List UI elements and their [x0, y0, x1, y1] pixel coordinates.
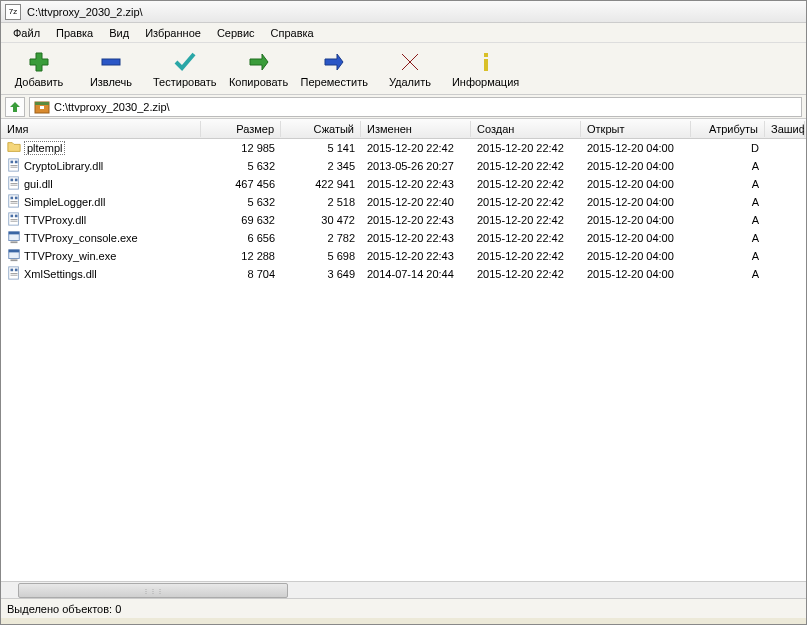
file-created: 2015-12-20 22:42 — [471, 267, 581, 281]
svg-rect-9 — [11, 165, 18, 166]
add-label: Добавить — [15, 76, 64, 88]
file-attr: A — [691, 213, 765, 227]
file-size: 5 632 — [201, 195, 281, 209]
file-row[interactable]: pltempl12 9855 1412015-12-20 22:422015-1… — [1, 139, 806, 157]
extract-button[interactable]: Извлечь — [81, 46, 141, 92]
menu-service[interactable]: Сервис — [209, 25, 263, 41]
delete-button[interactable]: Удалить — [380, 46, 440, 92]
scrollbar-thumb[interactable]: ⋮⋮⋮ — [18, 583, 288, 598]
file-packed: 5 141 — [281, 141, 361, 155]
svg-rect-7 — [11, 161, 14, 164]
dll-icon — [7, 266, 21, 282]
file-row[interactable]: TTVProxy_win.exe12 2885 6982015-12-20 22… — [1, 247, 806, 265]
file-packed: 2 782 — [281, 231, 361, 245]
file-row[interactable]: XmlSettings.dll8 7043 6492014-07-14 20:4… — [1, 265, 806, 283]
svg-rect-18 — [15, 197, 18, 200]
file-packed: 30 472 — [281, 213, 361, 227]
app-icon: 7z — [5, 4, 21, 20]
col-created[interactable]: Создан — [471, 121, 581, 137]
toolbar: Добавить Извлечь Тестировать Копировать … — [1, 43, 806, 95]
file-attr: A — [691, 159, 765, 173]
file-attr: A — [691, 177, 765, 191]
file-packed: 3 649 — [281, 267, 361, 281]
col-attributes[interactable]: Атрибуты — [691, 121, 765, 137]
col-size[interactable]: Размер — [201, 121, 281, 137]
file-modified: 2015-12-20 22:43 — [361, 213, 471, 227]
svg-rect-20 — [11, 203, 18, 204]
col-packed[interactable]: Сжатый — [281, 121, 361, 137]
info-icon — [474, 50, 498, 74]
menu-help[interactable]: Справка — [263, 25, 322, 41]
col-encrypted[interactable]: Зашиф — [765, 121, 805, 137]
menu-favorites[interactable]: Избранное — [137, 25, 209, 41]
file-name: XmlSettings.dll — [24, 268, 97, 280]
file-attr: D — [691, 141, 765, 155]
menu-edit[interactable]: Правка — [48, 25, 101, 41]
file-name-cell: XmlSettings.dll — [1, 265, 201, 283]
file-name-cell: gui.dll — [1, 175, 201, 193]
addressbar: C:\ttvproxy_2030_2.zip\ — [1, 95, 806, 119]
col-modified[interactable]: Изменен — [361, 121, 471, 137]
file-attr: A — [691, 195, 765, 209]
move-button[interactable]: Переместить — [301, 46, 368, 92]
check-icon — [173, 50, 197, 74]
file-opened: 2015-12-20 04:00 — [581, 159, 691, 173]
test-button[interactable]: Тестировать — [153, 46, 217, 92]
dll-icon — [7, 176, 21, 192]
copy-button[interactable]: Копировать — [229, 46, 289, 92]
titlebar: 7z C:\ttvproxy_2030_2.zip\ — [1, 1, 806, 23]
file-opened: 2015-12-20 04:00 — [581, 141, 691, 155]
test-label: Тестировать — [153, 76, 217, 88]
copy-arrow-icon — [247, 50, 271, 74]
exe-icon — [7, 230, 21, 246]
file-name-cell: TTVProxy.dll — [1, 211, 201, 229]
svg-rect-24 — [11, 219, 18, 220]
extract-label: Извлечь — [90, 76, 132, 88]
svg-rect-34 — [15, 269, 18, 272]
col-name[interactable]: Имя — [1, 121, 201, 137]
move-arrow-icon — [322, 50, 346, 74]
file-size: 467 456 — [201, 177, 281, 191]
svg-rect-10 — [11, 167, 18, 168]
file-attr: A — [691, 249, 765, 263]
address-path: C:\ttvproxy_2030_2.zip\ — [54, 101, 170, 113]
file-modified: 2015-12-20 22:42 — [361, 141, 471, 155]
file-opened: 2015-12-20 04:00 — [581, 195, 691, 209]
file-size: 12 985 — [201, 141, 281, 155]
folder-icon — [7, 140, 21, 156]
file-opened: 2015-12-20 04:00 — [581, 249, 691, 263]
file-row[interactable]: gui.dll467 456422 9412015-12-20 22:43201… — [1, 175, 806, 193]
svg-rect-13 — [15, 179, 18, 182]
svg-rect-4 — [35, 102, 49, 105]
up-arrow-icon — [9, 101, 21, 113]
menu-view[interactable]: Вид — [101, 25, 137, 41]
file-created: 2015-12-20 22:42 — [471, 159, 581, 173]
info-button[interactable]: Информация — [452, 46, 519, 92]
file-row[interactable]: TTVProxy.dll69 63230 4722015-12-20 22:43… — [1, 211, 806, 229]
svg-rect-12 — [11, 179, 14, 182]
file-name-cell: TTVProxy_console.exe — [1, 229, 201, 247]
up-button[interactable] — [5, 97, 25, 117]
add-button[interactable]: Добавить — [9, 46, 69, 92]
file-name: TTVProxy_console.exe — [24, 232, 138, 244]
file-row[interactable]: TTVProxy_console.exe6 6562 7822015-12-20… — [1, 229, 806, 247]
svg-rect-17 — [11, 197, 14, 200]
file-opened: 2015-12-20 04:00 — [581, 231, 691, 245]
address-field[interactable]: C:\ttvproxy_2030_2.zip\ — [29, 97, 802, 117]
file-row[interactable]: SimpleLogger.dll5 6322 5182015-12-20 22:… — [1, 193, 806, 211]
file-name: CryptoLibrary.dll — [24, 160, 103, 172]
file-name-cell: TTVProxy_win.exe — [1, 247, 201, 265]
status-text: Выделено объектов: 0 — [7, 603, 121, 615]
col-opened[interactable]: Открыт — [581, 121, 691, 137]
file-list[interactable]: Имя Размер Сжатый Изменен Создан Открыт … — [1, 119, 806, 581]
svg-rect-8 — [15, 161, 18, 164]
menu-file[interactable]: Файл — [5, 25, 48, 41]
move-label: Переместить — [301, 76, 368, 88]
file-size: 69 632 — [201, 213, 281, 227]
delete-icon — [398, 50, 422, 74]
file-packed: 5 698 — [281, 249, 361, 263]
file-modified: 2015-12-20 22:43 — [361, 249, 471, 263]
file-row[interactable]: CryptoLibrary.dll5 6322 3452013-05-26 20… — [1, 157, 806, 175]
horizontal-scrollbar[interactable]: ⋮⋮⋮ — [1, 581, 806, 598]
list-header: Имя Размер Сжатый Изменен Создан Открыт … — [1, 119, 806, 139]
